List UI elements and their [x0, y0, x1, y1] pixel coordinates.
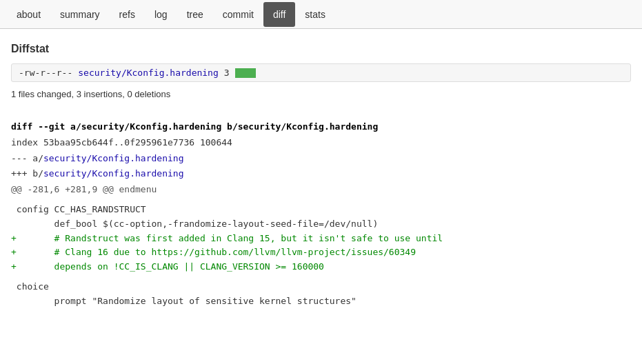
diff-to-path[interactable]: security/Kconfig.hardening	[43, 168, 184, 179]
diff-to: +++ b/security/Kconfig.hardening	[11, 167, 631, 181]
diff-choice: choice	[11, 280, 631, 294]
diff-context-1: config CC_HAS_RANDSTRUCT	[11, 203, 631, 217]
diff-blank	[11, 274, 631, 280]
diff-context-2: def_bool $(cc-option,-frandomize-layout-…	[11, 217, 631, 232]
nav-stats[interactable]: stats	[295, 2, 335, 27]
nav-tree[interactable]: tree	[177, 2, 213, 27]
nav-diff[interactable]: diff	[263, 2, 295, 27]
diff-prompt: prompt "Randomize layout of sensitive ke…	[11, 294, 631, 309]
diffstat-title: Diffstat	[11, 43, 631, 55]
file-summary: 1 files changed, 3 insertions, 0 deletio…	[11, 89, 631, 99]
nav-commit[interactable]: commit	[213, 2, 263, 27]
file-link[interactable]: security/Kconfig.hardening	[78, 68, 219, 78]
diff-from-path[interactable]: security/Kconfig.hardening	[43, 153, 184, 163]
nav-log[interactable]: log	[145, 2, 177, 27]
nav-about[interactable]: about	[7, 2, 50, 27]
diff-add-2: + # Clang 16 due to https://github.com/l…	[11, 245, 631, 260]
diff-add-1: + # Randstruct was first added in Clang …	[11, 232, 631, 246]
diffstat-row: -rw-r--r-- security/Kconfig.hardening 3	[12, 64, 630, 81]
nav-summary[interactable]: summary	[50, 2, 110, 27]
diffstat-table: -rw-r--r-- security/Kconfig.hardening 3	[11, 63, 631, 82]
diff-index: index 53baa95cb644f..0f295961e7736 10064…	[11, 136, 631, 150]
diff-header: diff --git a/security/Kconfig.hardening …	[11, 120, 631, 134]
insert-bar	[235, 68, 256, 78]
top-nav: about summary refs log tree commit diff …	[0, 0, 642, 29]
diff-to-label: +++ b/	[11, 168, 43, 179]
diff-add-3: + depends on !CC_IS_CLANG || CLANG_VERSI…	[11, 260, 631, 274]
diff-from: --- a/security/Kconfig.hardening	[11, 152, 631, 166]
diff-section: diff --git a/security/Kconfig.hardening …	[11, 120, 631, 309]
file-perms: -rw-r--r--	[19, 68, 72, 78]
diff-range: @@ -281,6 +281,9 @@ endmenu	[11, 183, 631, 197]
nav-refs[interactable]: refs	[110, 2, 145, 27]
diff-from-label: --- a/	[11, 153, 43, 163]
main-content: Diffstat -rw-r--r-- security/Kconfig.har…	[0, 29, 642, 323]
insert-count: 3	[224, 68, 230, 78]
